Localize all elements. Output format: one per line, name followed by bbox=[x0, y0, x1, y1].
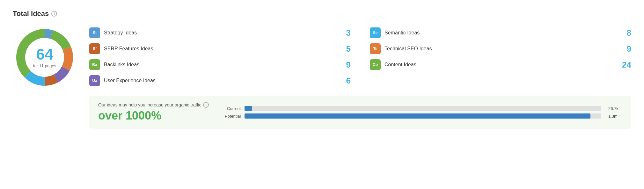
idea-item: SfSERP Features Ideas5 bbox=[89, 41, 351, 56]
idea-label: Content Ideas bbox=[384, 62, 616, 68]
idea-label: SERP Features Ideas bbox=[104, 46, 335, 52]
idea-badge: St bbox=[89, 27, 100, 38]
bar-value: 26.7k bbox=[608, 106, 622, 111]
idea-badge: Ux bbox=[89, 75, 100, 86]
bar-fill bbox=[245, 106, 252, 111]
idea-badge: Se bbox=[370, 27, 381, 38]
title-info-icon[interactable]: i bbox=[51, 11, 57, 17]
bar-track bbox=[245, 113, 601, 119]
bar-row: Current26.7k bbox=[222, 106, 622, 111]
idea-label: Semantic Ideas bbox=[384, 30, 616, 36]
donut-sub: for 11 pages bbox=[33, 63, 56, 68]
traffic-info-icon[interactable]: i bbox=[203, 102, 209, 108]
idea-count: 24 bbox=[620, 60, 631, 70]
bar-value: 1.3m bbox=[608, 114, 622, 119]
idea-item: BaBacklinks Ideas9 bbox=[89, 57, 351, 72]
bar-fill bbox=[245, 113, 590, 119]
traffic-percent: over 1000% bbox=[98, 109, 209, 122]
idea-item: StStrategy Ideas3 bbox=[89, 25, 351, 40]
idea-badge: Co bbox=[370, 59, 381, 70]
idea-count: 9 bbox=[620, 44, 631, 54]
page-title: Total Ideas i bbox=[13, 10, 631, 18]
idea-count: 9 bbox=[339, 60, 351, 70]
bar-label: Potential bbox=[222, 114, 241, 119]
idea-count: 3 bbox=[339, 28, 351, 38]
traffic-intro-text: Our ideas may help you increase your org… bbox=[98, 102, 201, 107]
idea-label: Strategy Ideas bbox=[104, 30, 335, 36]
idea-badge: Sf bbox=[89, 43, 100, 54]
idea-badge: Te bbox=[370, 43, 381, 54]
idea-count: 6 bbox=[339, 76, 351, 86]
idea-label: User Experience Ideas bbox=[104, 78, 335, 84]
idea-item: CoContent Ideas24 bbox=[370, 57, 631, 72]
idea-item: SeSemantic Ideas8 bbox=[370, 25, 631, 40]
idea-item: UxUser Experience Ideas6 bbox=[89, 73, 351, 88]
idea-label: Technical SEO Ideas bbox=[384, 46, 616, 52]
idea-item: TeTechnical SEO Ideas9 bbox=[370, 41, 631, 56]
bar-row: Potential1.3m bbox=[222, 113, 622, 119]
traffic-section: Our ideas may help you increase your org… bbox=[89, 96, 631, 129]
total-ideas-label: Total Ideas bbox=[13, 10, 49, 18]
bar-label: Current bbox=[222, 106, 241, 111]
idea-label: Backlinks Ideas bbox=[104, 62, 335, 68]
idea-count: 8 bbox=[620, 28, 631, 38]
donut-number: 64 bbox=[33, 47, 56, 62]
donut-chart-wrapper: 64 for 11 pages bbox=[13, 25, 77, 89]
ideas-grid: StStrategy Ideas3SfSERP Features Ideas5B… bbox=[89, 25, 631, 88]
idea-badge: Ba bbox=[89, 59, 100, 70]
idea-count: 5 bbox=[339, 44, 351, 54]
bar-track bbox=[245, 106, 601, 111]
